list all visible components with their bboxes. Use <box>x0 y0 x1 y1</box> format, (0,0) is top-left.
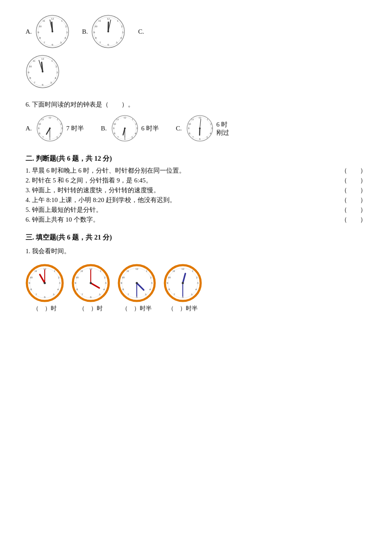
svg-text:7: 7 <box>43 41 45 44</box>
svg-text:5: 5 <box>50 81 52 84</box>
svg-text:9: 9 <box>29 281 30 285</box>
svg-text:6: 6 <box>124 138 125 140</box>
q6-option-a: A. 12 1 2 3 4 5 6 7 8 9 10 11 <box>26 115 84 142</box>
svg-text:2: 2 <box>60 123 61 125</box>
svg-text:10: 10 <box>113 123 116 125</box>
q6-option-b: B. 12 1 2 3 4 5 6 7 8 9 10 11 <box>101 115 159 142</box>
svg-text:5: 5 <box>145 293 147 296</box>
fill-clock-3-caption: （ ）时半 <box>122 305 152 312</box>
fill-clock-2: 12 1 2 3 4 5 6 7 8 9 10 11 （ ）时 <box>72 264 110 312</box>
clock-a: /* drawn inline */ 12 1 2 3 4 5 6 7 8 9 … <box>35 14 69 49</box>
svg-text:1: 1 <box>61 19 63 23</box>
svg-text:7: 7 <box>127 293 129 296</box>
svg-text:12: 12 <box>124 116 126 119</box>
svg-text:1: 1 <box>192 269 193 273</box>
section-fill: 三. 填空题(共 6 题，共 21 分) 1. 我会看时间。 12 1 2 3 … <box>26 233 366 312</box>
svg-text:8: 8 <box>39 132 40 135</box>
q6-clock-c: 12 1 2 3 4 5 6 7 8 9 10 11 <box>186 115 214 142</box>
fill-clock-2-caption: （ ）时 <box>79 305 103 312</box>
svg-text:8: 8 <box>189 132 190 135</box>
judge-q4-text: 4. 上午 8:10 上课，小明 8:20 赶到学校，他没有迟到。 <box>26 196 176 204</box>
svg-point-84 <box>124 127 126 129</box>
svg-text:9: 9 <box>167 281 168 285</box>
section-judge: 二. 判断题(共 6 题，共 12 分) 1. 早晨 6 时和晚上 6 时，分针… <box>26 154 366 224</box>
q6-clock-a: 12 1 2 3 4 5 6 7 8 9 10 11 <box>36 115 64 142</box>
svg-text:12: 12 <box>107 17 110 20</box>
fill-clock-3: 12 1 2 3 4 5 6 7 8 9 10 11 （ ）时半 <box>118 264 156 312</box>
svg-text:10: 10 <box>95 25 98 28</box>
svg-text:7: 7 <box>100 41 101 44</box>
svg-text:12: 12 <box>199 116 201 119</box>
clock-b: 12 1 2 3 4 5 6 7 8 9 10 11 <box>91 14 125 49</box>
judge-q3-text: 3. 钟面上，时针转的速度快，分针转的速度慢。 <box>26 186 160 194</box>
svg-text:7: 7 <box>117 136 118 139</box>
svg-point-135 <box>90 282 92 284</box>
clock-d-item: 12 1 2 3 4 5 6 7 8 9 10 11 <box>26 55 60 89</box>
svg-text:10: 10 <box>122 276 125 279</box>
svg-text:1: 1 <box>117 19 119 23</box>
q6-a-label: A. <box>26 125 32 132</box>
judge-q6: 6. 钟面上共有 10 个数字。 （ ） <box>26 216 366 224</box>
svg-text:3: 3 <box>197 281 199 285</box>
svg-text:4: 4 <box>210 132 211 135</box>
svg-text:11: 11 <box>127 269 130 273</box>
judge-q3-paren: （ ） <box>328 186 366 194</box>
svg-text:10: 10 <box>188 123 191 125</box>
svg-text:6: 6 <box>90 295 92 299</box>
svg-text:8: 8 <box>29 76 31 80</box>
svg-text:10: 10 <box>30 276 33 279</box>
svg-text:2: 2 <box>55 65 57 68</box>
svg-text:1: 1 <box>57 118 58 121</box>
svg-text:12: 12 <box>41 57 45 61</box>
svg-text:9: 9 <box>94 31 95 34</box>
svg-text:3: 3 <box>105 281 107 285</box>
clocks-bottom-row: 12 1 2 3 4 5 6 7 8 9 10 11 <box>26 55 366 89</box>
svg-text:3: 3 <box>56 71 58 74</box>
judge-q4-paren: （ ） <box>328 196 366 204</box>
judge-q5-text: 5. 钟面上最短的针是分针。 <box>26 206 102 214</box>
svg-point-118 <box>44 282 46 284</box>
section5-top: A. /* drawn inline */ 12 1 2 3 4 5 <box>26 14 366 89</box>
clock-a-item: A. /* drawn inline */ 12 1 2 3 4 5 <box>26 14 69 49</box>
svg-text:11: 11 <box>35 269 37 273</box>
svg-text:11: 11 <box>191 118 194 121</box>
clock-b-item: B. 12 1 2 3 4 5 6 7 8 9 10 11 <box>82 14 126 49</box>
svg-text:11: 11 <box>41 118 44 121</box>
svg-text:4: 4 <box>57 288 59 291</box>
svg-text:4: 4 <box>149 288 151 291</box>
svg-text:1: 1 <box>207 118 208 121</box>
svg-text:2: 2 <box>65 25 67 28</box>
svg-text:10: 10 <box>38 123 41 125</box>
q6-text: 6. 下面时间读的对的钟表是（ ）。 <box>26 99 366 110</box>
svg-text:6: 6 <box>49 138 50 140</box>
svg-text:11: 11 <box>33 59 36 63</box>
svg-text:5: 5 <box>206 136 208 139</box>
svg-text:11: 11 <box>98 19 101 23</box>
svg-text:11: 11 <box>81 269 84 273</box>
svg-text:7: 7 <box>42 136 43 139</box>
svg-line-99 <box>199 128 200 135</box>
svg-text:3: 3 <box>136 127 137 130</box>
judge-q1-paren: （ ） <box>328 167 366 175</box>
svg-text:5: 5 <box>99 293 101 296</box>
svg-text:3: 3 <box>151 281 153 285</box>
svg-text:2: 2 <box>196 276 198 279</box>
judge-q2: 2. 时针在 5 和 6 之间，分针指着 9，是 6:45。 （ ） <box>26 176 366 185</box>
svg-text:9: 9 <box>28 71 29 74</box>
judge-q1: 1. 早晨 6 时和晚上 6 时，分针、时针都分别在同一位置。 （ ） <box>26 167 366 175</box>
svg-text:7: 7 <box>173 293 175 296</box>
svg-text:12: 12 <box>182 267 185 271</box>
q6-c-caption: 6 时刚过 <box>216 121 229 137</box>
section3-title: 三. 填空题(共 6 题，共 21 分) <box>26 233 366 242</box>
svg-text:12: 12 <box>51 17 54 20</box>
svg-text:8: 8 <box>39 36 41 40</box>
svg-text:5: 5 <box>191 293 193 296</box>
fill-clocks-row: 12 1 2 3 4 5 6 7 8 9 10 11 （ ）时 <box>26 264 366 312</box>
svg-point-50 <box>42 71 43 72</box>
svg-text:1: 1 <box>51 59 53 63</box>
q6-b-label: B. <box>101 125 107 132</box>
section-q6: 6. 下面时间读的对的钟表是（ ）。 A. 12 1 2 3 4 5 6 7 8 <box>26 99 366 142</box>
svg-text:7: 7 <box>81 293 83 296</box>
svg-text:4: 4 <box>103 288 105 291</box>
svg-text:7: 7 <box>34 81 35 84</box>
